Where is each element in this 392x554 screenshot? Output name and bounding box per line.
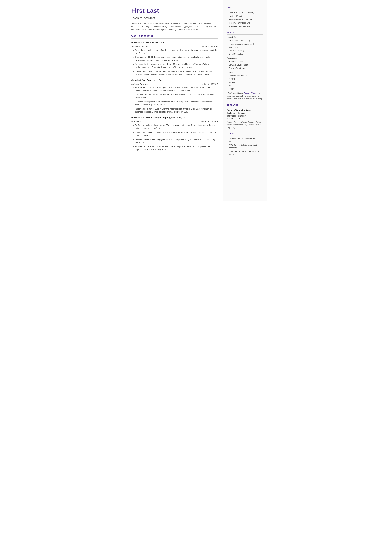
job-2-bullet-1: Built a RESTful API with Flask/Python on… bbox=[133, 86, 218, 92]
skill-disaster-recovery: Disaster Recovery bbox=[227, 49, 263, 52]
skill-software-development: Software Development bbox=[227, 63, 263, 66]
job-1-company: Resume Worded, New York, NY bbox=[131, 41, 164, 44]
education-section: EDUCATION Resume Worded University Bache… bbox=[227, 104, 263, 129]
job-3-dates: 06/2010 – 01/2013 bbox=[202, 120, 218, 123]
skill-plsql: PL/SQL bbox=[227, 78, 263, 81]
other-cisco: Cisco Certified Network Professional (CC… bbox=[227, 150, 263, 156]
skill-solution-architecture: Solution Architecture bbox=[227, 67, 263, 70]
hard-skills-label: Hard Skills: bbox=[227, 36, 263, 39]
job-2-bullet-2: Designed Perl and PHP scripts that trans… bbox=[133, 93, 218, 99]
techniques-list: Business Analysis Software Development S… bbox=[227, 60, 263, 70]
other-heading: OTHER bbox=[227, 133, 263, 136]
job-1-dates: 11/2016 – Present bbox=[202, 45, 218, 48]
candidate-summary: Technical architect with 10 years of exp… bbox=[131, 22, 218, 31]
job-2-bullet-4: Implemented a new feature in Growthsi fl… bbox=[133, 108, 218, 114]
job-1-bullet-1: Supervised 11 units on cross-functional … bbox=[133, 49, 218, 55]
skill-togaf: TOGAF bbox=[227, 88, 263, 91]
job-3-bullet-1: Performed routine maintenance on 354 des… bbox=[133, 124, 218, 130]
job-1-role-row: Technical Architect 11/2016 – Present bbox=[131, 45, 218, 48]
contact-github: github.com/resumeworded bbox=[227, 25, 263, 28]
contact-email: email@resumeworded.com bbox=[227, 18, 263, 21]
job-1-role: Technical Architect bbox=[131, 45, 148, 48]
job-3-bullet-3: Installed the latest operating systems o… bbox=[133, 138, 218, 144]
other-mcse: Microsoft Certified Solutions Expert (MC… bbox=[227, 137, 263, 143]
contact-heading: CONTACT bbox=[227, 6, 263, 10]
skill-business-analysis: Business Analysis bbox=[227, 60, 263, 63]
job-1-bullet-4: Created an automation framework in Pytho… bbox=[133, 70, 218, 76]
right-column: CONTACT Topeka, KS (Open to Remote) +1-2… bbox=[223, 0, 267, 201]
contact-phone: +1-234-456-789 bbox=[227, 14, 263, 17]
job-1-bullet-3: Automated a deployment system to deploy … bbox=[133, 63, 218, 69]
contact-section: CONTACT Topeka, KS (Open to Remote) +1-2… bbox=[227, 6, 263, 28]
job-3-header: Resume Worded's Exciting Company, New Yo… bbox=[131, 116, 218, 123]
job-2-role: Software Engineer bbox=[131, 83, 148, 86]
skill-virtualization: Virtualization (Advanced) bbox=[227, 39, 263, 42]
edu-degree: Bachelor of Science bbox=[227, 112, 263, 114]
software-label: Software: bbox=[227, 71, 263, 74]
work-experience-heading: WORK EXPERIENCE bbox=[131, 35, 218, 39]
skills-section: SKILLS Hard Skills: Virtualization (Adva… bbox=[227, 31, 263, 100]
job-2-role-row: Software Engineer 02/2013 – 10/2016 bbox=[131, 83, 218, 86]
resume-page: First Last Technical Architect Technical… bbox=[125, 0, 267, 201]
edu-awards: Awards: Resume Worded Teaching Fellow (o… bbox=[227, 121, 263, 129]
job-1-bullet-2: Collaborated with 17 development team me… bbox=[133, 56, 218, 62]
other-list: Microsoft Certified Solutions Expert (MC… bbox=[227, 137, 263, 156]
contact-linkedin: linkedin.com/in/username bbox=[227, 21, 263, 24]
job-1-row: Resume Worded, New York, NY bbox=[131, 41, 218, 44]
job-3-bullet-2: Created and maintained a complete invent… bbox=[133, 131, 218, 137]
edu-location: Boston, MA — 05/2010 bbox=[227, 117, 263, 120]
job-1-bullets: Supervised 11 units on cross-functional … bbox=[131, 49, 218, 76]
skill-xml: XML bbox=[227, 84, 263, 87]
job-2-dates: 02/2013 – 10/2016 bbox=[202, 83, 218, 86]
promo-link[interactable]: Resume Worded bbox=[244, 92, 258, 94]
job-2-row: Growthsi, San Francisco, CA bbox=[131, 79, 218, 82]
job-2-header: Growthsi, San Francisco, CA Software Eng… bbox=[131, 79, 218, 86]
job-2-bullets: Built a RESTful API with Flask/Python on… bbox=[131, 86, 218, 113]
education-heading: EDUCATION bbox=[227, 104, 263, 107]
promo-text: • Don't forget to use Resume Worded to s… bbox=[227, 92, 263, 100]
skill-integration: Integration bbox=[227, 46, 263, 49]
edu-field: Information Technology bbox=[227, 114, 263, 117]
techniques-label: Techniques: bbox=[227, 57, 263, 60]
left-column: First Last Technical Architect Technical… bbox=[125, 0, 223, 201]
candidate-title: Technical Architect bbox=[131, 16, 218, 20]
skill-sql-server: Microsoft SQL Server bbox=[227, 74, 263, 77]
job-3-role: IT Specialist bbox=[131, 120, 143, 123]
job-3-role-row: IT Specialist 06/2010 – 01/2013 bbox=[131, 120, 218, 123]
job-2-bullet-3: Reduced development costs by building re… bbox=[133, 100, 218, 107]
job-3-bullet-4: Provided technical support for 3K users … bbox=[133, 145, 218, 151]
job-1-header: Resume Worded, New York, NY Technical Ar… bbox=[131, 41, 218, 48]
other-section: OTHER Microsoft Certified Solutions Expe… bbox=[227, 133, 263, 156]
skill-it-management: IT Management (Experienced) bbox=[227, 43, 263, 45]
candidate-name: First Last bbox=[131, 6, 218, 15]
hard-skills-list: Virtualization (Advanced) IT Management … bbox=[227, 39, 263, 56]
job-3-company: Resume Worded's Exciting Company, New Yo… bbox=[131, 116, 186, 119]
other-aws: AWS Certified Solutions Architect – Asso… bbox=[227, 144, 263, 149]
software-list: Microsoft SQL Server PL/SQL Jakarta EE X… bbox=[227, 74, 263, 91]
skill-cloud-computing: Cloud Computing bbox=[227, 53, 263, 56]
skill-jakarta: Jakarta EE bbox=[227, 81, 263, 84]
job-2-company: Growthsi, San Francisco, CA bbox=[131, 79, 162, 82]
edu-school: Resume Worded University bbox=[227, 108, 263, 112]
contact-location: Topeka, KS (Open to Remote) bbox=[227, 11, 263, 14]
skills-heading: SKILLS bbox=[227, 31, 263, 35]
job-3-bullets: Performed routine maintenance on 354 des… bbox=[131, 124, 218, 151]
job-3-row: Resume Worded's Exciting Company, New Yo… bbox=[131, 116, 218, 119]
contact-list: Topeka, KS (Open to Remote) +1-234-456-7… bbox=[227, 11, 263, 28]
